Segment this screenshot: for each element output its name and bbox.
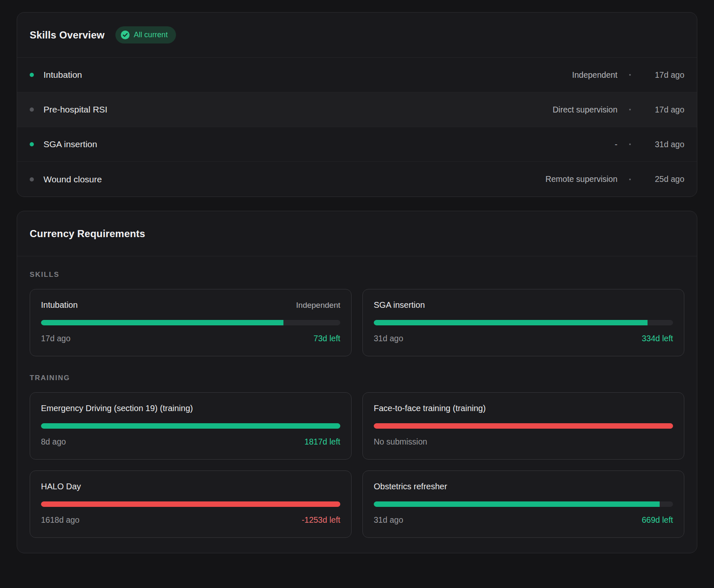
progress-bar-track — [374, 320, 673, 325]
separator-dot — [629, 74, 631, 76]
requirement-card-sga-insertion: SGA insertion 31d ago 334d left — [362, 289, 684, 356]
supervision-level: Independent — [572, 70, 617, 80]
training-cards-grid: Emergency Driving (section 19) (training… — [30, 392, 684, 538]
supervision-level: - — [615, 140, 618, 149]
last-done-date: 17d ago — [643, 70, 684, 80]
progress-bar-track — [41, 423, 340, 429]
separator-dot — [629, 179, 631, 180]
progress-bar-fill — [41, 423, 340, 429]
requirement-card-obstetrics-refresher: Obstetrics refresher 31d ago 669d left — [362, 470, 684, 538]
separator-dot — [629, 109, 631, 110]
currency-requirements-panel: Currency Requirements SKILLS Intubation … — [17, 211, 697, 553]
progress-bar-fill — [374, 501, 660, 507]
last-done-date: 17d ago — [643, 105, 684, 115]
requirement-title: Intubation — [41, 300, 78, 310]
status-dot — [30, 142, 34, 146]
progress-bar-fill — [374, 423, 673, 429]
skill-row-sga-insertion[interactable]: SGA insertion - 31d ago — [17, 127, 697, 162]
separator-dot — [629, 143, 631, 145]
skill-name: Wound closure — [43, 174, 102, 184]
skill-row-wound-closure[interactable]: Wound closure Remote supervision 25d ago — [17, 162, 697, 197]
requirement-title: Obstetrics refresher — [374, 482, 447, 491]
last-done-date: 31d ago — [374, 334, 403, 343]
progress-bar-track — [41, 501, 340, 507]
skills-overview-title: Skills Overview — [30, 29, 105, 41]
requirement-title: Face-to-face training (training) — [374, 404, 486, 413]
submission-status: No submission — [374, 437, 427, 447]
requirement-card-face-to-face-training: Face-to-face training (training) No subm… — [362, 392, 684, 460]
currency-requirements-body: SKILLS Intubation Independent 17d ago 73… — [17, 256, 697, 553]
progress-bar-track — [374, 423, 673, 429]
status-dot — [30, 177, 34, 182]
currency-requirements-header: Currency Requirements — [17, 211, 697, 256]
badge-label: All current — [134, 31, 168, 39]
status-dot — [30, 107, 34, 112]
last-done-date: 8d ago — [41, 437, 66, 447]
progress-bar-fill — [41, 320, 283, 325]
last-done-date: 31d ago — [643, 140, 684, 149]
requirement-title: SGA insertion — [374, 300, 425, 310]
skill-name: Pre-hospital RSI — [43, 105, 107, 115]
days-left: 334d left — [642, 334, 673, 343]
skills-section-label: SKILLS — [30, 271, 684, 279]
progress-bar-track — [41, 320, 340, 325]
requirement-title: Emergency Driving (section 19) (training… — [41, 404, 193, 413]
currency-requirements-title: Currency Requirements — [30, 228, 145, 240]
skills-overview-header: Skills Overview All current — [17, 13, 697, 58]
requirement-card-halo-day: HALO Day 1618d ago -1253d left — [30, 470, 352, 538]
skill-row-pre-hospital-rsi[interactable]: Pre-hospital RSI Direct supervision 17d … — [17, 92, 697, 127]
all-current-badge: All current — [115, 26, 176, 43]
progress-bar-fill — [374, 320, 648, 325]
supervision-level: Direct supervision — [553, 105, 617, 115]
training-section-label: TRAINING — [30, 374, 684, 382]
requirement-level: Independent — [296, 301, 340, 310]
days-left: 669d left — [642, 515, 673, 525]
skill-row-intubation[interactable]: Intubation Independent 17d ago — [17, 58, 697, 92]
last-done-date: 17d ago — [41, 334, 71, 343]
check-circle-icon — [121, 31, 130, 39]
page: Skills Overview All current Intubation I… — [0, 0, 714, 565]
progress-bar-fill — [41, 501, 340, 507]
days-left: 73d left — [314, 334, 340, 343]
days-left: -1253d left — [302, 515, 340, 525]
last-done-date: 31d ago — [374, 515, 403, 525]
requirement-title: HALO Day — [41, 482, 81, 491]
skill-name: Intubation — [43, 70, 82, 80]
status-dot — [30, 73, 34, 77]
skills-overview-panel: Skills Overview All current Intubation I… — [17, 12, 697, 197]
progress-bar-track — [374, 501, 673, 507]
requirement-card-intubation: Intubation Independent 17d ago 73d left — [30, 289, 352, 356]
skills-cards-grid: Intubation Independent 17d ago 73d left … — [30, 289, 684, 356]
last-done-date: 1618d ago — [41, 515, 79, 525]
days-left: 1817d left — [304, 437, 340, 447]
requirement-card-emergency-driving: Emergency Driving (section 19) (training… — [30, 392, 352, 460]
supervision-level: Remote supervision — [546, 174, 617, 184]
skill-name: SGA insertion — [43, 139, 97, 149]
last-done-date: 25d ago — [643, 174, 684, 184]
